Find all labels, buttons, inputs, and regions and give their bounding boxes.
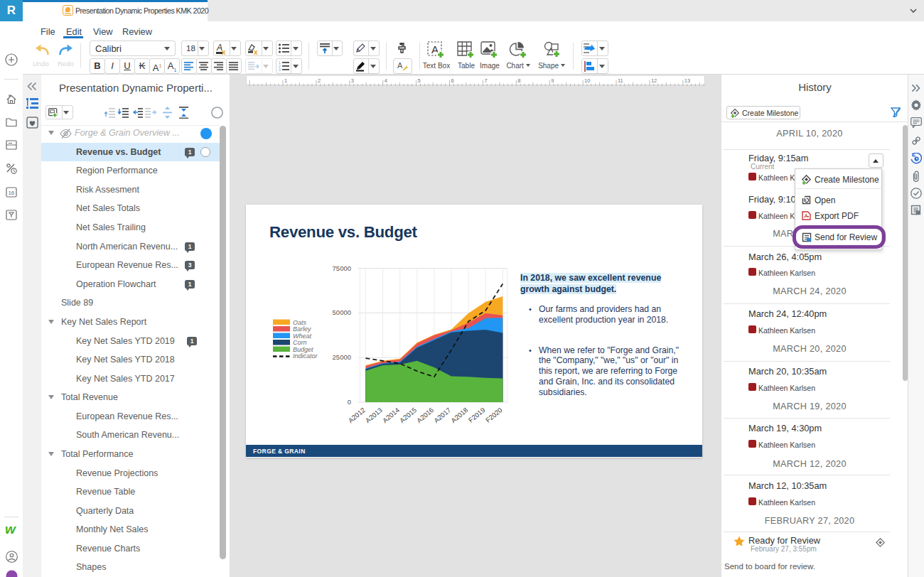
svg-text:16: 16 bbox=[8, 190, 14, 196]
svg-text:3: 3 bbox=[351, 77, 354, 84]
svg-text:4: 4 bbox=[385, 77, 387, 84]
svg-text:9: 9 bbox=[551, 77, 554, 84]
svg-text:50000: 50000 bbox=[333, 308, 351, 316]
svg-text:8: 8 bbox=[517, 77, 520, 84]
svg-text:12: 12 bbox=[651, 77, 657, 84]
svg-text:75000: 75000 bbox=[333, 264, 351, 272]
svg-text:1: 1 bbox=[284, 77, 287, 84]
svg-text:13: 13 bbox=[684, 77, 690, 84]
svg-text:10: 10 bbox=[584, 77, 590, 84]
svg-text:F2019: F2019 bbox=[467, 406, 487, 424]
svg-text:A2016: A2016 bbox=[415, 406, 435, 424]
svg-text:0: 0 bbox=[348, 398, 351, 406]
svg-text:A2015: A2015 bbox=[398, 406, 418, 424]
svg-text:11: 11 bbox=[618, 77, 623, 84]
svg-text:7: 7 bbox=[484, 77, 487, 84]
svg-text:A2013: A2013 bbox=[364, 406, 384, 424]
svg-text:5: 5 bbox=[418, 77, 421, 84]
svg-text:A2018: A2018 bbox=[449, 406, 469, 424]
svg-text:6: 6 bbox=[451, 77, 454, 84]
svg-text:2: 2 bbox=[318, 77, 321, 84]
svg-text:A2012: A2012 bbox=[347, 406, 367, 424]
svg-text:25000: 25000 bbox=[333, 353, 351, 361]
svg-text:F2020: F2020 bbox=[484, 406, 504, 424]
svg-text:3: 3 bbox=[279, 68, 281, 71]
svg-text:A2017: A2017 bbox=[432, 406, 452, 424]
svg-text:A2014: A2014 bbox=[381, 406, 401, 424]
